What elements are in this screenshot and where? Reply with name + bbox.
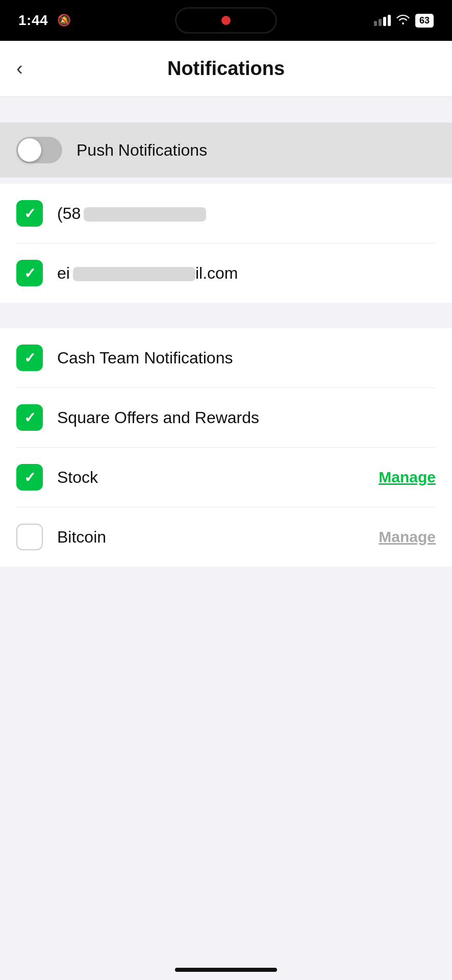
- stock-label: Stock: [57, 468, 364, 487]
- square-offers-label: Square Offers and Rewards: [57, 408, 436, 427]
- signal-bar-2: [379, 19, 382, 26]
- bitcoin-row: Bitcoin Manage: [16, 507, 436, 567]
- redacted-email: [73, 267, 195, 281]
- bitcoin-checkbox[interactable]: [16, 524, 43, 550]
- bitcoin-manage-link[interactable]: Manage: [379, 528, 436, 546]
- redacted-phone: [84, 207, 206, 222]
- signal-bar-4: [388, 15, 391, 26]
- mid-gap-1: [0, 178, 452, 184]
- notifications-list-section: ✓ Cash Team Notifications ✓ Square Offer…: [0, 328, 452, 567]
- dynamic-island: [175, 7, 277, 34]
- cash-team-label: Cash Team Notifications: [57, 349, 436, 368]
- mute-icon: 🔕: [57, 14, 71, 27]
- square-offers-checkmark: ✓: [24, 409, 36, 426]
- contact-email-label: eiil.com: [57, 264, 436, 283]
- signal-bars: [374, 15, 391, 26]
- dynamic-island-dot: [221, 16, 231, 25]
- home-indicator: [175, 968, 277, 972]
- push-notifications-section: Push Notifications: [0, 122, 452, 178]
- square-offers-row: ✓ Square Offers and Rewards: [16, 388, 436, 448]
- toggle-knob: [18, 138, 41, 162]
- stock-manage-link[interactable]: Manage: [379, 469, 436, 486]
- bottom-fill: [0, 567, 452, 980]
- back-button[interactable]: ‹: [16, 58, 23, 80]
- bitcoin-label: Bitcoin: [57, 528, 364, 547]
- contact-email-row: ✓ eiil.com: [16, 243, 436, 303]
- signal-bar-3: [383, 17, 386, 26]
- cash-team-checkbox[interactable]: ✓: [16, 345, 43, 371]
- wifi-icon: [396, 13, 410, 28]
- cash-team-row: ✓ Cash Team Notifications: [16, 328, 436, 388]
- contact-email-checkbox[interactable]: ✓: [16, 260, 43, 286]
- contact-phone-label: (58: [57, 204, 436, 223]
- page-title: Notifications: [167, 58, 285, 80]
- status-bar: 1:44 🔕 63: [0, 0, 452, 41]
- push-notifications-row: Push Notifications: [16, 122, 436, 178]
- stock-checkbox[interactable]: ✓: [16, 464, 43, 491]
- nav-header: ‹ Notifications: [0, 41, 452, 97]
- status-time: 1:44: [18, 12, 48, 29]
- push-notifications-label: Push Notifications: [77, 141, 207, 160]
- status-left: 1:44 🔕: [18, 12, 71, 29]
- cash-team-checkmark: ✓: [24, 350, 36, 366]
- contact-phone-checkbox[interactable]: ✓: [16, 200, 43, 227]
- checkmark-icon: ✓: [24, 205, 36, 222]
- mid-gap-2: [0, 303, 452, 328]
- square-offers-checkbox[interactable]: ✓: [16, 404, 43, 431]
- contact-phone-row: ✓ (58: [16, 184, 436, 243]
- stock-checkmark: ✓: [24, 469, 36, 486]
- checkmark-icon-2: ✓: [24, 265, 36, 282]
- contacts-section: ✓ (58 ✓ eiil.com: [0, 184, 452, 303]
- stock-row: ✓ Stock Manage: [16, 448, 436, 507]
- top-gap: [0, 97, 452, 122]
- battery-indicator: 63: [415, 14, 434, 28]
- signal-bar-1: [374, 21, 377, 26]
- status-right: 63: [374, 13, 434, 28]
- push-notifications-toggle[interactable]: [16, 137, 62, 163]
